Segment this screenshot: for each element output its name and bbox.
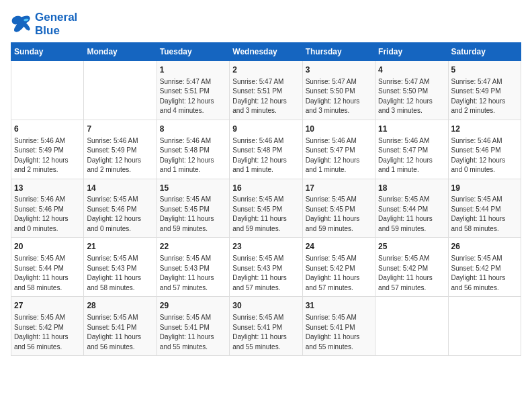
cell-content: Sunrise: 5:45 AM Sunset: 5:41 PM Dayligh… <box>306 313 372 352</box>
calendar-cell: 25Sunrise: 5:45 AM Sunset: 5:42 PM Dayli… <box>375 238 448 297</box>
calendar-cell: 11Sunrise: 5:46 AM Sunset: 5:47 PM Dayli… <box>375 120 448 179</box>
cell-content: Sunrise: 5:46 AM Sunset: 5:46 PM Dayligh… <box>14 195 81 234</box>
day-number: 19 <box>451 183 518 194</box>
cell-content: Sunrise: 5:47 AM Sunset: 5:50 PM Dayligh… <box>378 77 445 116</box>
cell-content: Sunrise: 5:46 AM Sunset: 5:48 PM Dayligh… <box>232 136 299 175</box>
day-number: 18 <box>378 183 445 194</box>
calendar-header-row: SundayMondayTuesdayWednesdayThursdayFrid… <box>11 43 521 61</box>
cell-content: Sunrise: 5:47 AM Sunset: 5:51 PM Dayligh… <box>232 77 299 116</box>
day-number: 16 <box>232 183 299 194</box>
cell-content: Sunrise: 5:47 AM Sunset: 5:50 PM Dayligh… <box>306 77 372 116</box>
day-number: 9 <box>232 124 299 135</box>
day-number: 5 <box>451 64 518 76</box>
day-number: 17 <box>306 183 372 194</box>
column-header-sunday: Sunday <box>11 43 84 61</box>
logo-bird-icon <box>11 15 32 34</box>
calendar-cell: 19Sunrise: 5:45 AM Sunset: 5:44 PM Dayli… <box>448 179 521 238</box>
cell-content: Sunrise: 5:45 AM Sunset: 5:43 PM Dayligh… <box>160 254 226 293</box>
calendar-cell: 5Sunrise: 5:47 AM Sunset: 5:49 PM Daylig… <box>448 61 521 120</box>
calendar-cell <box>84 61 157 120</box>
column-header-thursday: Thursday <box>302 43 375 61</box>
cell-content: Sunrise: 5:45 AM Sunset: 5:42 PM Dayligh… <box>378 254 445 293</box>
cell-content: Sunrise: 5:46 AM Sunset: 5:47 PM Dayligh… <box>306 136 372 175</box>
calendar-cell: 2Sunrise: 5:47 AM Sunset: 5:51 PM Daylig… <box>230 61 302 120</box>
cell-content: Sunrise: 5:46 AM Sunset: 5:49 PM Dayligh… <box>87 136 153 175</box>
day-number: 26 <box>451 241 518 253</box>
day-number: 1 <box>160 64 226 76</box>
calendar-cell <box>448 297 521 356</box>
cell-content: Sunrise: 5:45 AM Sunset: 5:45 PM Dayligh… <box>160 195 226 234</box>
calendar-cell: 12Sunrise: 5:46 AM Sunset: 5:46 PM Dayli… <box>448 120 521 179</box>
day-number: 2 <box>232 64 299 76</box>
day-number: 14 <box>87 183 153 194</box>
calendar-cell: 16Sunrise: 5:45 AM Sunset: 5:45 PM Dayli… <box>230 179 302 238</box>
logo: General Blue <box>11 11 77 37</box>
calendar-cell: 30Sunrise: 5:45 AM Sunset: 5:41 PM Dayli… <box>230 297 302 356</box>
day-number: 30 <box>232 300 299 312</box>
day-number: 20 <box>14 241 81 253</box>
header: General Blue <box>11 11 521 37</box>
day-number: 12 <box>451 124 518 135</box>
cell-content: Sunrise: 5:45 AM Sunset: 5:43 PM Dayligh… <box>232 254 299 293</box>
week-row-3: 13Sunrise: 5:46 AM Sunset: 5:46 PM Dayli… <box>11 179 521 238</box>
cell-content: Sunrise: 5:45 AM Sunset: 5:41 PM Dayligh… <box>232 313 299 352</box>
calendar-cell: 21Sunrise: 5:45 AM Sunset: 5:43 PM Dayli… <box>84 238 157 297</box>
day-number: 23 <box>232 241 299 253</box>
cell-content: Sunrise: 5:46 AM Sunset: 5:48 PM Dayligh… <box>160 136 226 175</box>
cell-content: Sunrise: 5:45 AM Sunset: 5:42 PM Dayligh… <box>14 313 81 352</box>
day-number: 6 <box>14 124 81 135</box>
calendar-cell: 18Sunrise: 5:45 AM Sunset: 5:44 PM Dayli… <box>375 179 448 238</box>
calendar-cell: 27Sunrise: 5:45 AM Sunset: 5:42 PM Dayli… <box>11 297 84 356</box>
day-number: 21 <box>87 241 153 253</box>
calendar-cell: 8Sunrise: 5:46 AM Sunset: 5:48 PM Daylig… <box>157 120 229 179</box>
calendar-cell: 23Sunrise: 5:45 AM Sunset: 5:43 PM Dayli… <box>230 238 302 297</box>
calendar-body: 1Sunrise: 5:47 AM Sunset: 5:51 PM Daylig… <box>11 61 521 356</box>
cell-content: Sunrise: 5:45 AM Sunset: 5:43 PM Dayligh… <box>87 254 153 293</box>
day-number: 10 <box>306 124 372 135</box>
calendar-cell: 17Sunrise: 5:45 AM Sunset: 5:45 PM Dayli… <box>302 179 375 238</box>
day-number: 27 <box>14 300 81 312</box>
calendar-cell: 7Sunrise: 5:46 AM Sunset: 5:49 PM Daylig… <box>84 120 157 179</box>
calendar-cell: 29Sunrise: 5:45 AM Sunset: 5:41 PM Dayli… <box>157 297 229 356</box>
cell-content: Sunrise: 5:46 AM Sunset: 5:46 PM Dayligh… <box>451 136 518 175</box>
calendar-cell: 22Sunrise: 5:45 AM Sunset: 5:43 PM Dayli… <box>157 238 229 297</box>
day-number: 25 <box>378 241 445 253</box>
calendar-cell: 31Sunrise: 5:45 AM Sunset: 5:41 PM Dayli… <box>302 297 375 356</box>
day-number: 31 <box>306 300 372 312</box>
cell-content: Sunrise: 5:45 AM Sunset: 5:41 PM Dayligh… <box>87 313 153 352</box>
calendar-cell: 10Sunrise: 5:46 AM Sunset: 5:47 PM Dayli… <box>302 120 375 179</box>
calendar-cell: 15Sunrise: 5:45 AM Sunset: 5:45 PM Dayli… <box>157 179 229 238</box>
calendar-cell: 9Sunrise: 5:46 AM Sunset: 5:48 PM Daylig… <box>230 120 302 179</box>
calendar-cell: 14Sunrise: 5:45 AM Sunset: 5:46 PM Dayli… <box>84 179 157 238</box>
calendar-cell: 26Sunrise: 5:45 AM Sunset: 5:42 PM Dayli… <box>448 238 521 297</box>
cell-content: Sunrise: 5:46 AM Sunset: 5:47 PM Dayligh… <box>378 136 445 175</box>
day-number: 24 <box>306 241 372 253</box>
calendar-cell: 6Sunrise: 5:46 AM Sunset: 5:49 PM Daylig… <box>11 120 84 179</box>
column-header-tuesday: Tuesday <box>157 43 229 61</box>
column-header-friday: Friday <box>375 43 448 61</box>
cell-content: Sunrise: 5:47 AM Sunset: 5:51 PM Dayligh… <box>160 77 226 116</box>
column-header-saturday: Saturday <box>448 43 521 61</box>
calendar-table: SundayMondayTuesdayWednesdayThursdayFrid… <box>11 42 521 356</box>
cell-content: Sunrise: 5:45 AM Sunset: 5:45 PM Dayligh… <box>232 195 299 234</box>
calendar-cell: 28Sunrise: 5:45 AM Sunset: 5:41 PM Dayli… <box>84 297 157 356</box>
calendar-cell <box>11 61 84 120</box>
day-number: 22 <box>160 241 226 253</box>
day-number: 3 <box>306 64 372 76</box>
calendar-cell <box>375 297 448 356</box>
column-header-monday: Monday <box>84 43 157 61</box>
cell-content: Sunrise: 5:47 AM Sunset: 5:49 PM Dayligh… <box>451 77 518 116</box>
cell-content: Sunrise: 5:45 AM Sunset: 5:46 PM Dayligh… <box>87 195 153 234</box>
cell-content: Sunrise: 5:45 AM Sunset: 5:44 PM Dayligh… <box>451 195 518 234</box>
column-header-wednesday: Wednesday <box>230 43 302 61</box>
week-row-1: 1Sunrise: 5:47 AM Sunset: 5:51 PM Daylig… <box>11 61 521 120</box>
cell-content: Sunrise: 5:45 AM Sunset: 5:42 PM Dayligh… <box>451 254 518 293</box>
day-number: 7 <box>87 124 153 135</box>
week-row-4: 20Sunrise: 5:45 AM Sunset: 5:44 PM Dayli… <box>11 238 521 297</box>
cell-content: Sunrise: 5:45 AM Sunset: 5:45 PM Dayligh… <box>306 195 372 234</box>
day-number: 8 <box>160 124 226 135</box>
day-number: 15 <box>160 183 226 194</box>
cell-content: Sunrise: 5:46 AM Sunset: 5:49 PM Dayligh… <box>14 136 81 175</box>
cell-content: Sunrise: 5:45 AM Sunset: 5:44 PM Dayligh… <box>378 195 445 234</box>
cell-content: Sunrise: 5:45 AM Sunset: 5:42 PM Dayligh… <box>306 254 372 293</box>
